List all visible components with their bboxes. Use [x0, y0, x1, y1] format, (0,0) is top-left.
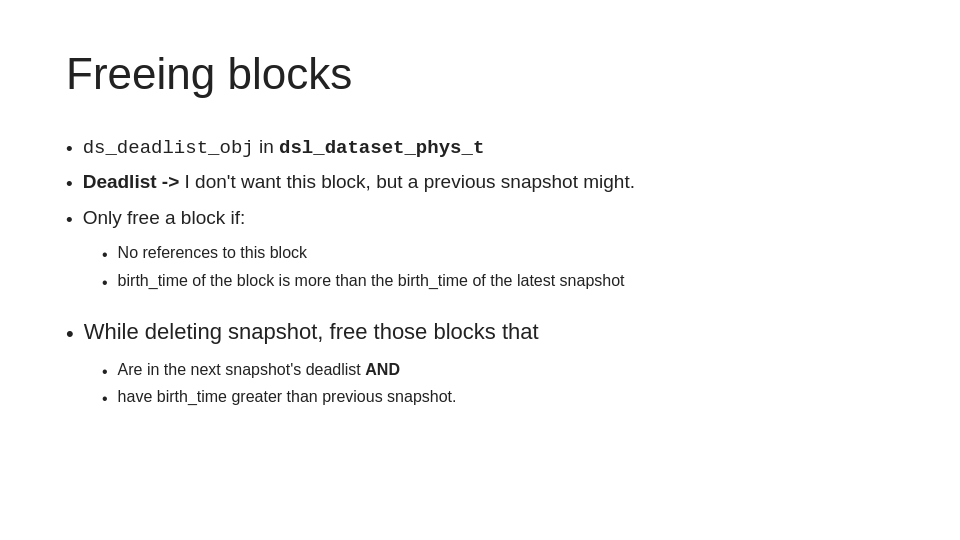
bullet-1-code: ds_deadlist_obj — [83, 137, 254, 159]
sub-group-1: • No references to this block • birth_ti… — [66, 241, 894, 293]
sub-bullet-dot-2-2: • — [102, 387, 108, 410]
sub-bullet-2-1-text: Are in the next snapshot's deadlist AND — [118, 358, 400, 381]
sub-bullet-dot-2-1: • — [102, 360, 108, 383]
slide-title: Freeing blocks — [66, 48, 894, 101]
sub-bullet-1-1: • No references to this block — [102, 241, 894, 266]
content: • ds_deadlist_obj in dsl_dataset_phys_t … — [66, 133, 894, 410]
spacer-1 — [66, 300, 894, 306]
sub-bullet-1-2-text: birth_time of the block is more than the… — [118, 269, 625, 292]
bullet-dot-large: • — [66, 318, 74, 350]
sub-bullet-1-2: • birth_time of the block is more than t… — [102, 269, 894, 294]
sub-bullet-2-1-and: AND — [365, 361, 400, 378]
sub-bullet-dot-1-2: • — [102, 271, 108, 294]
bullet-2-bold: Deadlist -> — [83, 171, 180, 192]
bullet-2-text: Deadlist -> I don't want this block, but… — [83, 168, 635, 196]
bullet-3-text: Only free a block if: — [83, 204, 246, 232]
sub-bullet-2-1: • Are in the next snapshot's deadlist AN… — [102, 358, 894, 383]
bullet-dot-1: • — [66, 135, 73, 163]
sub-bullet-2-2-text: have birth_time greater than previous sn… — [118, 385, 457, 408]
bullet-3: • Only free a block if: — [66, 204, 894, 234]
bullet-large-text: While deleting snapshot, free those bloc… — [84, 316, 539, 348]
sub-bullet-1-1-text: No references to this block — [118, 241, 307, 264]
bullet-dot-3: • — [66, 206, 73, 234]
bullet-1: • ds_deadlist_obj in dsl_dataset_phys_t — [66, 133, 894, 163]
bullet-1-code-bold: dsl_dataset_phys_t — [279, 137, 484, 159]
bullet-dot-2: • — [66, 170, 73, 198]
bullet-1-text: ds_deadlist_obj in dsl_dataset_phys_t — [83, 133, 485, 163]
sub-group-2: • Are in the next snapshot's deadlist AN… — [66, 358, 894, 410]
sub-bullet-dot-1-1: • — [102, 243, 108, 266]
bullet-2: • Deadlist -> I don't want this block, b… — [66, 168, 894, 198]
slide: Freeing blocks • ds_deadlist_obj in dsl_… — [0, 0, 960, 540]
sub-bullet-2-2: • have birth_time greater than previous … — [102, 385, 894, 410]
bullet-large: • While deleting snapshot, free those bl… — [66, 316, 894, 350]
